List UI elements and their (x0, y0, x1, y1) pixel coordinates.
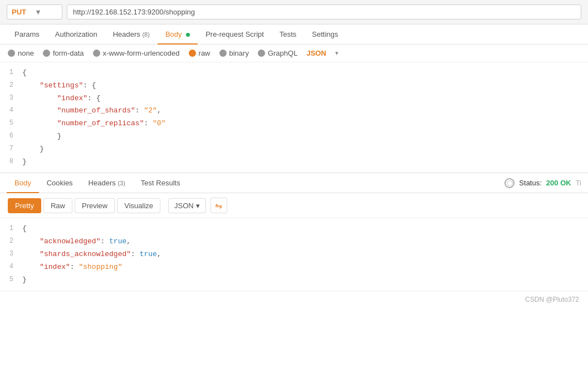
url-bar: PUT ▾ (0, 0, 588, 24)
status-label: Status: (519, 179, 541, 187)
req-line-6: 6 } (0, 130, 588, 143)
request-tabs-row: Params Authorization Headers (8) Body Pr… (0, 24, 588, 45)
response-format-label: JSON (174, 202, 194, 210)
tab-settings[interactable]: Settings (304, 24, 346, 44)
method-label: PUT (12, 8, 33, 16)
wrap-icon: ⇋ (215, 200, 222, 211)
view-btn-raw[interactable]: Raw (43, 198, 72, 213)
option-urlencoded[interactable]: x-www-form-urlencoded (93, 49, 180, 57)
response-headers-badge: (3) (117, 180, 125, 186)
req-line-3: 3 "index": { (0, 92, 588, 105)
tab-authorization[interactable]: Authorization (47, 24, 105, 44)
headers-badge: (8) (142, 31, 149, 38)
radio-form-data (43, 50, 50, 57)
response-code-editor: 1 { 2 "acknowledged": true, 3 "shards_ac… (0, 218, 588, 291)
radio-none (8, 50, 15, 57)
option-binary[interactable]: binary (219, 49, 249, 57)
response-tab-test-results[interactable]: Test Results (133, 173, 188, 193)
view-btn-pretty[interactable]: Pretty (8, 198, 41, 213)
req-line-4: 4 "number_of_shards": "2", (0, 105, 588, 117)
option-none[interactable]: none (8, 49, 34, 57)
view-btn-preview[interactable]: Preview (75, 198, 115, 213)
method-dropdown-arrow: ▾ (36, 8, 57, 16)
res-line-4: 4 "index": "shopping" (0, 261, 588, 274)
tab-headers[interactable]: Headers (8) (105, 24, 158, 44)
globe-icon: ◯ (504, 178, 514, 188)
res-line-1: 1 { (0, 223, 588, 235)
footer: CSDN @Pluto372 (0, 291, 588, 308)
req-line-1: 1 { (0, 67, 588, 80)
tab-tests[interactable]: Tests (272, 24, 304, 44)
body-options-row: none form-data x-www-form-urlencoded raw… (0, 45, 588, 62)
view-btn-visualize[interactable]: Visualize (117, 198, 160, 213)
option-graphql[interactable]: GraphQL (258, 49, 297, 57)
time-label: Ti (576, 179, 581, 187)
response-format-arrow: ▾ (196, 202, 200, 210)
watermark: CSDN @Pluto372 (525, 296, 579, 303)
req-line-5: 5 "number_of_replicas": "0" (0, 117, 588, 130)
body-dot (186, 33, 190, 37)
method-select[interactable]: PUT ▾ (7, 4, 62, 19)
res-line-5: 5 } (0, 274, 588, 287)
response-view-options: Pretty Raw Preview Visualize JSON ▾ ⇋ (0, 193, 588, 218)
radio-binary (219, 50, 227, 57)
option-raw[interactable]: raw (189, 49, 210, 57)
req-line-7: 7 } (0, 143, 588, 156)
response-tab-headers[interactable]: Headers (3) (81, 173, 133, 193)
url-input[interactable] (67, 4, 581, 19)
response-tab-body[interactable]: Body (7, 173, 39, 193)
radio-raw (189, 50, 196, 57)
status-area: ◯ Status: 200 OK Ti (504, 178, 581, 188)
tab-pre-request-script[interactable]: Pre-request Script (198, 24, 272, 44)
request-code-editor[interactable]: 1 { 2 "settings": { 3 "index": { 4 "numb… (0, 62, 588, 173)
res-line-2: 2 "acknowledged": true, (0, 235, 588, 248)
response-tabs-row: Body Cookies Headers (3) Test Results ◯ … (0, 173, 588, 193)
status-code: 200 OK (546, 179, 571, 187)
res-line-3: 3 "shards_acknowledged": true, (0, 248, 588, 261)
radio-urlencoded (93, 50, 100, 57)
req-line-8: 8 } (0, 156, 588, 169)
req-line-2: 2 "settings": { (0, 80, 588, 92)
response-tab-cookies[interactable]: Cookies (39, 173, 81, 193)
option-form-data[interactable]: form-data (43, 49, 84, 57)
tab-params[interactable]: Params (7, 24, 47, 44)
json-format-label: JSON (306, 49, 326, 57)
response-section: Body Cookies Headers (3) Test Results ◯ … (0, 173, 588, 291)
response-format-dropdown[interactable]: JSON ▾ (168, 198, 206, 213)
wrap-button[interactable]: ⇋ (210, 198, 227, 213)
format-dropdown-arrow[interactable]: ▾ (335, 50, 339, 57)
radio-graphql (258, 50, 265, 57)
tab-body[interactable]: Body (158, 24, 198, 44)
